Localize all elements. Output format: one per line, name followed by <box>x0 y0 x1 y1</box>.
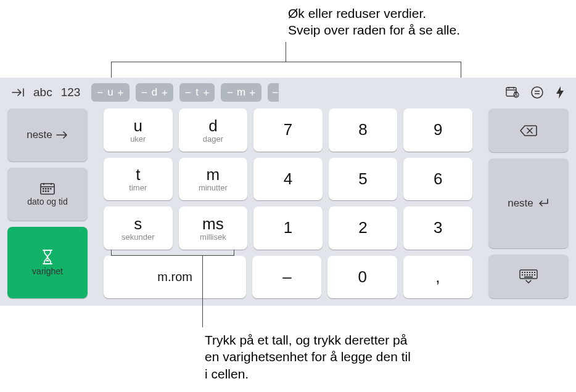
minus-icon[interactable]: − <box>183 88 192 98</box>
svg-rect-25 <box>534 274 535 276</box>
svg-rect-10 <box>43 190 44 192</box>
stepper-u[interactable]: −u+ <box>91 83 129 102</box>
key-label: varighet <box>32 266 63 276</box>
svg-rect-9 <box>50 188 52 190</box>
dismiss-keyboard-key[interactable] <box>488 255 569 298</box>
left-column: neste dato og tid varighet <box>7 108 88 298</box>
keyboard-main: neste dato og tid varighet uuker ddager … <box>7 108 569 298</box>
callout-leader <box>202 256 203 327</box>
right-column: neste <box>488 108 569 298</box>
center-keys: uuker ddager 7 8 9 ttimer mminutter 4 5 … <box>104 108 472 298</box>
backspace-key[interactable] <box>488 108 569 152</box>
key-sub: millisek <box>200 232 226 242</box>
lightning-icon[interactable] <box>555 86 565 99</box>
svg-point-2 <box>514 92 519 97</box>
svg-point-4 <box>532 87 543 98</box>
calendar-duration-icon[interactable] <box>506 86 519 99</box>
stepper-t[interactable]: −t+ <box>179 83 215 102</box>
minus-icon[interactable]: − <box>95 88 105 98</box>
return-icon <box>537 198 549 209</box>
unit-m-key[interactable]: mminutter <box>179 158 248 201</box>
num-7-key[interactable]: 7 <box>253 108 323 152</box>
abc-button[interactable]: abc <box>33 86 52 99</box>
svg-rect-14 <box>522 272 523 273</box>
space-key[interactable]: m.rom <box>104 256 246 299</box>
datetime-key[interactable]: dato og tid <box>7 168 88 221</box>
svg-rect-7 <box>45 188 47 190</box>
stepper-d[interactable]: −d+ <box>136 83 173 102</box>
svg-rect-23 <box>529 274 530 276</box>
next-return-key[interactable]: neste <box>488 158 569 248</box>
svg-rect-12 <box>47 190 49 192</box>
num-5-key[interactable]: 5 <box>329 158 398 201</box>
callout-bottom: Trykk på et tall, og trykk deretter på e… <box>205 332 414 382</box>
plus-icon[interactable]: + <box>115 88 125 98</box>
num-2-key[interactable]: 2 <box>329 206 398 250</box>
key-sub: timer <box>129 183 147 192</box>
svg-rect-24 <box>532 274 533 276</box>
num-8-key[interactable]: 8 <box>329 108 398 152</box>
num-6-key[interactable]: 6 <box>403 158 472 201</box>
dash-key[interactable]: – <box>252 256 321 299</box>
callout-leader <box>286 42 286 62</box>
comma-key[interactable]: , <box>403 256 472 299</box>
stepper-m[interactable]: −m+ <box>221 83 261 102</box>
callout-top: Øk eller reduser verdier. Sveip over rad… <box>288 5 461 39</box>
key-sub: uker <box>130 134 146 144</box>
top-right-controls <box>506 86 569 99</box>
key-label: dato og tid <box>27 197 67 206</box>
plus-icon[interactable]: + <box>160 88 170 98</box>
next-right-key[interactable]: neste <box>7 108 88 161</box>
key-main: t <box>136 165 140 184</box>
plus-icon[interactable]: + <box>247 88 258 98</box>
minus-icon[interactable]: − <box>224 88 236 98</box>
stepper-label: d <box>149 86 159 99</box>
svg-rect-18 <box>532 272 533 273</box>
key-main: u <box>134 116 142 136</box>
unit-ms-key[interactable]: msmillisek <box>179 206 248 250</box>
minus-icon[interactable]: − <box>139 88 149 98</box>
key-sub: minutter <box>199 183 228 192</box>
unit-s-key[interactable]: ssekunder <box>104 206 173 250</box>
key-main: s <box>134 214 142 234</box>
stepper-label: u <box>105 86 115 99</box>
key-label: neste <box>508 197 533 210</box>
key-sub: sekunder <box>121 232 154 242</box>
num-3-key[interactable]: 3 <box>403 206 472 250</box>
key-label: neste <box>27 129 52 141</box>
123-button[interactable]: 123 <box>61 86 81 99</box>
top-left-controls: abc 123 <box>7 86 80 99</box>
key-main: ms <box>202 214 224 234</box>
num-4-key[interactable]: 4 <box>253 158 323 201</box>
hourglass-icon <box>41 249 54 265</box>
duration-keyboard: abc 123 −u+ −d+ −t+ −m+ − <box>0 78 576 306</box>
key-main: d <box>208 116 217 136</box>
equals-icon[interactable] <box>530 86 544 99</box>
plus-icon[interactable]: + <box>202 88 211 98</box>
unit-t-key[interactable]: ttimer <box>104 158 173 201</box>
stepper-row[interactable]: −u+ −d+ −t+ −m+ − <box>91 83 495 102</box>
tab-icon[interactable] <box>11 88 25 97</box>
svg-rect-19 <box>534 272 535 273</box>
num-0-key[interactable]: 0 <box>327 256 397 299</box>
num-1-key[interactable]: 1 <box>253 206 323 250</box>
unit-u-key[interactable]: uuker <box>104 108 173 152</box>
svg-rect-8 <box>47 188 49 190</box>
stepper-overflow[interactable]: − <box>268 83 279 102</box>
unit-d-key[interactable]: ddager <box>179 108 248 152</box>
svg-rect-21 <box>524 274 525 276</box>
keyboard-top-row: abc 123 −u+ −d+ −t+ −m+ − <box>7 83 569 102</box>
svg-rect-11 <box>45 190 47 192</box>
keyboard-dismiss-icon <box>519 269 538 284</box>
svg-rect-20 <box>522 274 523 276</box>
key-sub: dager <box>203 134 223 144</box>
calendar-icon <box>39 182 56 195</box>
svg-rect-16 <box>527 272 528 273</box>
callout-leader <box>111 250 234 256</box>
key-main: m <box>207 165 220 184</box>
num-9-key[interactable]: 9 <box>403 108 472 152</box>
svg-rect-22 <box>527 274 528 276</box>
svg-rect-26 <box>524 277 533 278</box>
duration-key[interactable]: varighet <box>7 227 88 298</box>
minus-icon[interactable]: − <box>271 88 279 98</box>
